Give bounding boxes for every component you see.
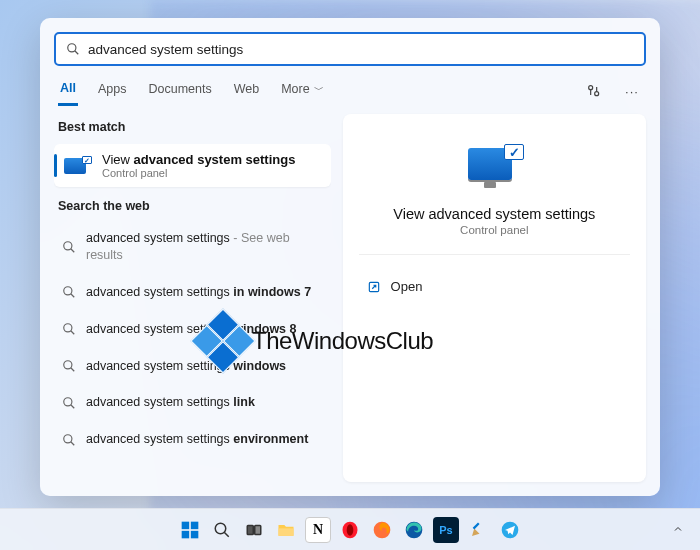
system-settings-icon: ✓ (64, 156, 92, 176)
more-options-icon[interactable]: ··· (622, 81, 642, 101)
tab-more[interactable]: More ﹀ (279, 78, 326, 105)
taskbar-opera-icon[interactable] (337, 517, 363, 543)
web-result[interactable]: advanced system settings link (54, 387, 331, 418)
svg-point-4 (595, 92, 599, 96)
best-match-title: View advanced system settings (102, 152, 295, 167)
quick-search-icon[interactable] (584, 81, 604, 101)
svg-point-8 (64, 287, 72, 295)
svg-rect-22 (191, 530, 199, 538)
best-match-result[interactable]: ✓ View advanced system settings Control … (54, 144, 331, 187)
taskbar-search-icon[interactable] (209, 517, 235, 543)
taskbar-photoshop-icon[interactable]: Ps (433, 517, 459, 543)
svg-line-7 (71, 249, 75, 253)
taskbar-explorer-icon[interactable] (273, 517, 299, 543)
taskbar: N Ps (0, 508, 700, 550)
svg-line-24 (224, 532, 229, 537)
taskbar-show-hidden-icon[interactable] (668, 519, 688, 539)
svg-rect-32 (473, 522, 480, 529)
svg-line-17 (71, 441, 75, 445)
search-input[interactable] (88, 42, 634, 57)
search-icon (62, 322, 76, 336)
svg-line-11 (71, 331, 75, 335)
svg-point-12 (64, 361, 72, 369)
filter-tabs: All Apps Documents Web More ﹀ ··· (40, 76, 660, 106)
results-column: Best match ✓ View advanced system settin… (54, 114, 331, 482)
open-icon (367, 280, 381, 294)
web-result[interactable]: advanced system settings - See web resul… (54, 223, 331, 271)
svg-point-23 (215, 523, 226, 534)
svg-point-6 (64, 242, 72, 250)
svg-rect-26 (255, 525, 261, 534)
svg-line-15 (71, 405, 75, 409)
taskbar-telegram-icon[interactable] (497, 517, 523, 543)
tab-apps[interactable]: Apps (96, 78, 129, 104)
svg-point-14 (64, 398, 72, 406)
search-icon (62, 359, 76, 373)
svg-rect-25 (247, 525, 253, 534)
web-result[interactable]: advanced system settings windows 8 (54, 314, 331, 345)
open-label: Open (391, 279, 423, 294)
svg-line-13 (71, 368, 75, 372)
preview-pane: ✓ View advanced system settings Control … (343, 114, 646, 482)
best-match-heading: Best match (54, 114, 331, 138)
svg-point-16 (64, 434, 72, 442)
svg-line-1 (75, 51, 79, 55)
search-icon (62, 240, 76, 254)
taskbar-taskview-icon[interactable] (241, 517, 267, 543)
search-icon (62, 285, 76, 299)
svg-rect-20 (191, 521, 199, 529)
system-settings-icon: ✓ (462, 144, 526, 192)
svg-line-9 (71, 294, 75, 298)
tab-documents[interactable]: Documents (146, 78, 213, 104)
search-icon (62, 433, 76, 447)
tab-all[interactable]: All (58, 77, 78, 106)
taskbar-start-icon[interactable] (177, 517, 203, 543)
search-icon (62, 396, 76, 410)
taskbar-paint-icon[interactable] (465, 517, 491, 543)
svg-point-10 (64, 324, 72, 332)
preview-title: View advanced system settings (363, 206, 626, 222)
search-bar[interactable] (54, 32, 646, 66)
taskbar-edge-icon[interactable] (401, 517, 427, 543)
divider (359, 254, 630, 255)
search-web-heading: Search the web (54, 193, 331, 217)
svg-point-0 (68, 44, 76, 52)
svg-rect-21 (182, 530, 190, 538)
taskbar-firefox-icon[interactable] (369, 517, 395, 543)
chevron-down-icon: ﹀ (312, 84, 325, 95)
taskbar-notion-icon[interactable]: N (305, 517, 331, 543)
search-icon (66, 42, 80, 56)
svg-rect-19 (182, 521, 190, 529)
web-result[interactable]: advanced system settings windows (54, 351, 331, 382)
preview-subtitle: Control panel (363, 224, 626, 236)
svg-point-29 (347, 524, 354, 536)
web-result[interactable]: advanced system settings environment (54, 424, 331, 455)
open-action[interactable]: Open (363, 273, 626, 300)
best-match-subtitle: Control panel (102, 167, 295, 179)
search-panel: All Apps Documents Web More ﹀ ··· Best m… (40, 18, 660, 496)
svg-rect-27 (279, 528, 294, 536)
web-result[interactable]: advanced system settings in windows 7 (54, 277, 331, 308)
tab-web[interactable]: Web (232, 78, 261, 104)
svg-point-2 (589, 86, 593, 90)
